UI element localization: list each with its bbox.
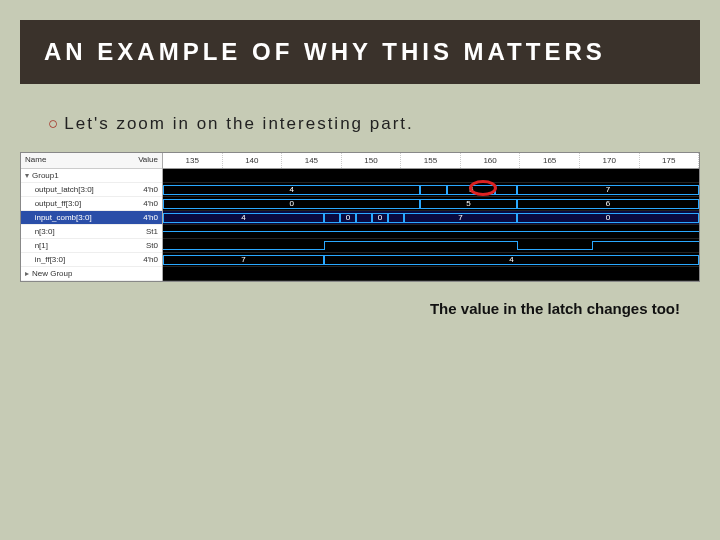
expand-icon[interactable]: ▾ bbox=[25, 171, 29, 180]
signal-name: n[1] bbox=[25, 241, 48, 250]
bus-segment bbox=[356, 213, 372, 223]
wave-row bbox=[163, 169, 699, 183]
bullet-line: ○Let's zoom in on the interesting part. bbox=[48, 114, 672, 134]
signal-edge bbox=[517, 241, 518, 250]
highlight-circle-icon bbox=[469, 180, 497, 196]
slide-title: AN EXAMPLE OF WHY THIS MATTERS bbox=[20, 20, 700, 84]
bus-segment: 7 bbox=[163, 255, 324, 265]
time-ruler: 135140145150155160165170175 bbox=[163, 153, 699, 169]
bus-segment: 7 bbox=[517, 185, 699, 195]
bit-segment bbox=[517, 249, 592, 250]
bullet-text: Let's zoom in on the interesting part. bbox=[64, 114, 414, 133]
ruler-tick: 170 bbox=[580, 153, 640, 168]
header-name: Name bbox=[25, 155, 46, 166]
signal-row[interactable]: ▾Group1 bbox=[21, 169, 162, 183]
signal-edge bbox=[324, 241, 325, 250]
bus-segment: 6 bbox=[517, 199, 699, 209]
ruler-tick: 160 bbox=[461, 153, 521, 168]
signal-list-header: Name Value bbox=[21, 153, 162, 169]
bus-segment: 0 bbox=[163, 199, 420, 209]
signal-value: 4'h0 bbox=[143, 213, 158, 222]
waveform-panel: Name Value ▾Group1 output_latch[3:0]4'h0… bbox=[20, 152, 700, 282]
expand-icon[interactable]: ▸ bbox=[25, 269, 29, 278]
bus-segment: 4 bbox=[163, 213, 324, 223]
bit-segment bbox=[592, 241, 699, 242]
signal-name: output_ff[3:0] bbox=[25, 199, 81, 208]
bus-segment: 7 bbox=[404, 213, 517, 223]
wave-row bbox=[163, 225, 699, 239]
header-value: Value bbox=[138, 155, 158, 166]
caption-text: The value in the latch changes too! bbox=[0, 300, 680, 317]
ruler-tick: 145 bbox=[282, 153, 342, 168]
ruler-tick: 150 bbox=[342, 153, 402, 168]
wave-row: 056 bbox=[163, 197, 699, 211]
bus-segment: 4 bbox=[324, 255, 699, 265]
bit-segment bbox=[163, 249, 324, 250]
bus-segment: 5 bbox=[420, 199, 516, 209]
signal-row[interactable]: ▸New Group bbox=[21, 267, 162, 281]
ruler-tick: 155 bbox=[401, 153, 461, 168]
signal-value: 4'h0 bbox=[143, 185, 158, 194]
bus-segment bbox=[420, 185, 447, 195]
waveform-area: 135140145150155160165170175 457056400707… bbox=[163, 153, 699, 281]
wave-row bbox=[163, 239, 699, 253]
wave-row bbox=[163, 267, 699, 281]
signal-row[interactable]: output_latch[3:0]4'h0 bbox=[21, 183, 162, 197]
wave-row: 457 bbox=[163, 183, 699, 197]
wave-row: 40070 bbox=[163, 211, 699, 225]
signal-row[interactable]: in_ff[3:0]4'h0 bbox=[21, 253, 162, 267]
signal-value: 4'h0 bbox=[143, 255, 158, 264]
wave-row: 74 bbox=[163, 253, 699, 267]
signal-row[interactable]: n[1]St0 bbox=[21, 239, 162, 253]
bullet-marker-icon: ○ bbox=[48, 114, 60, 133]
signal-value: St1 bbox=[146, 227, 158, 236]
bus-segment bbox=[324, 213, 340, 223]
signal-value: St0 bbox=[146, 241, 158, 250]
bus-segment: 0 bbox=[517, 213, 699, 223]
ruler-tick: 140 bbox=[223, 153, 283, 168]
signal-edge bbox=[592, 241, 593, 250]
bus-segment: 4 bbox=[163, 185, 420, 195]
bus-segment: 0 bbox=[340, 213, 356, 223]
signal-name: in_ff[3:0] bbox=[25, 255, 65, 264]
signal-value: 4'h0 bbox=[143, 199, 158, 208]
signal-row[interactable]: n[3:0]St1 bbox=[21, 225, 162, 239]
signal-name: ▾Group1 bbox=[25, 171, 59, 180]
flat-line bbox=[163, 231, 699, 232]
ruler-tick: 165 bbox=[520, 153, 580, 168]
bit-segment bbox=[324, 241, 517, 242]
signal-name: output_latch[3:0] bbox=[25, 185, 94, 194]
ruler-tick: 175 bbox=[640, 153, 700, 168]
bus-segment bbox=[388, 213, 404, 223]
signal-name: input_comb[3:0] bbox=[25, 213, 92, 222]
signal-name: ▸New Group bbox=[25, 269, 72, 278]
signal-list: Name Value ▾Group1 output_latch[3:0]4'h0… bbox=[21, 153, 163, 281]
bus-segment: 0 bbox=[372, 213, 388, 223]
bus-segment bbox=[495, 185, 516, 195]
signal-name: n[3:0] bbox=[25, 227, 55, 236]
ruler-tick: 135 bbox=[163, 153, 223, 168]
signal-row[interactable]: input_comb[3:0]4'h0 bbox=[21, 211, 162, 225]
signal-row[interactable]: output_ff[3:0]4'h0 bbox=[21, 197, 162, 211]
